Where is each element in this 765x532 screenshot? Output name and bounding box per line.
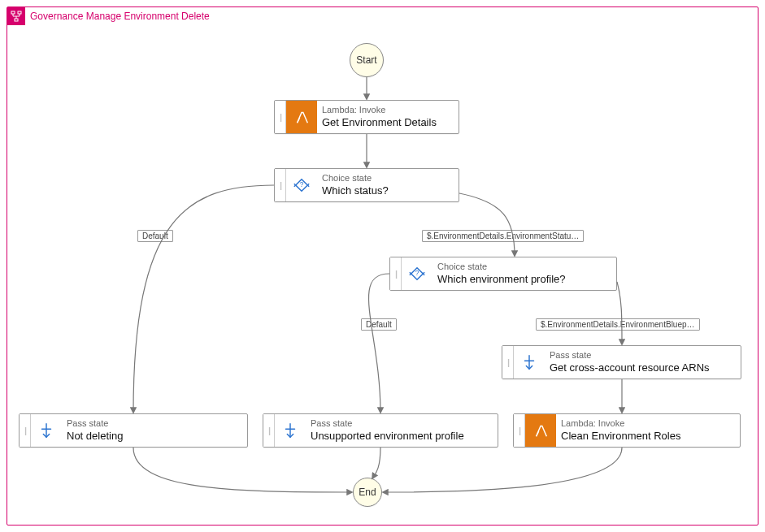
- diagram-title: Governance Manage Environment Delete: [30, 11, 210, 22]
- step-get-environment-details[interactable]: || Lambda: Invoke Get Environment Detail…: [274, 100, 459, 134]
- grip-icon: ||: [502, 346, 514, 378]
- step-type: Pass state: [67, 418, 123, 430]
- grip-icon: ||: [390, 257, 402, 290]
- lambda-icon: [286, 101, 317, 133]
- step-which-status[interactable]: || ? Choice state Which status?: [274, 168, 459, 202]
- step-title: Which environment profile?: [437, 273, 566, 286]
- grip-icon: ||: [514, 414, 525, 447]
- choice-icon: ?: [286, 169, 317, 201]
- step-clean-environment-roles[interactable]: || Lambda: Invoke Clean Environment Role…: [513, 413, 741, 448]
- step-type: Choice state: [437, 262, 566, 273]
- end-node: End: [353, 478, 382, 507]
- edge-label-default-1: Default: [137, 230, 173, 242]
- step-title: Clean Environment Roles: [561, 430, 680, 443]
- step-not-deleting[interactable]: || Pass state Not deleting: [19, 413, 248, 448]
- step-type: Lambda: Invoke: [561, 418, 680, 430]
- step-title: Get cross-account resource ARNs: [550, 361, 710, 374]
- edge-label-default-2: Default: [361, 318, 397, 331]
- svg-rect-2: [15, 19, 18, 21]
- step-title: Not deleting: [67, 430, 123, 443]
- pass-icon: [275, 414, 306, 447]
- step-type: Lambda: Invoke: [322, 105, 437, 116]
- pass-icon: [514, 346, 545, 378]
- grip-icon: ||: [275, 101, 286, 133]
- workflow-canvas: Governance Manage Environment Delete Sta…: [0, 0, 765, 532]
- step-type: Pass state: [311, 418, 464, 430]
- svg-text:?: ?: [300, 181, 304, 188]
- step-which-environment-profile[interactable]: || ? Choice state Which environment prof…: [389, 257, 617, 291]
- lambda-icon: [525, 414, 556, 447]
- diagram-header: Governance Manage Environment Delete: [7, 7, 210, 25]
- edge-label-status-path: $.EnvironmentDetails.EnvironmentStatu…: [422, 230, 584, 242]
- start-node: Start: [350, 43, 384, 77]
- step-get-cross-account-arns[interactable]: || Pass state Get cross-account resource…: [502, 345, 741, 379]
- edge-label-blueprint-path: $.EnvironmentDetails.EnvironmentBluep…: [536, 318, 700, 331]
- step-title: Which status?: [322, 184, 389, 197]
- svg-rect-1: [18, 11, 21, 14]
- pass-icon: [31, 414, 62, 447]
- step-functions-icon: [7, 7, 25, 25]
- svg-rect-0: [11, 11, 15, 14]
- step-type: Pass state: [550, 350, 710, 361]
- step-title: Get Environment Details: [322, 116, 437, 129]
- step-title: Unsupported environment profile: [311, 430, 464, 443]
- grip-icon: ||: [20, 414, 31, 447]
- step-unsupported-profile[interactable]: || Pass state Unsupported environment pr…: [263, 413, 498, 448]
- svg-text:?: ?: [415, 270, 419, 277]
- start-label: Start: [356, 54, 376, 66]
- end-label: End: [359, 487, 376, 498]
- step-type: Choice state: [322, 173, 389, 184]
- choice-icon: ?: [402, 257, 432, 290]
- grip-icon: ||: [263, 414, 275, 447]
- grip-icon: ||: [275, 169, 286, 201]
- diagram-frame: Governance Manage Environment Delete Sta…: [7, 6, 758, 526]
